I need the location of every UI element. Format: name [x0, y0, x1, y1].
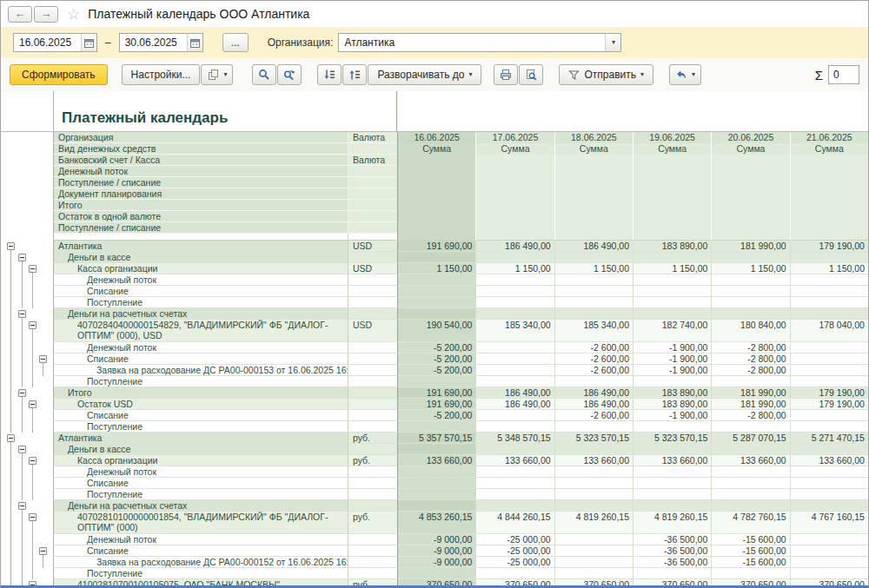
autosum-field[interactable]: 0 — [828, 65, 859, 84]
date-from-input[interactable]: 16.06.2025 — [13, 33, 97, 52]
filter-bar: 16.06.2025 – 30.06.2025 ... Организация:… — [1, 27, 868, 58]
collapse-toggle[interactable] — [29, 513, 36, 521]
tree-line — [10, 308, 11, 320]
print-preview-button[interactable] — [519, 64, 543, 85]
collapse-toggle[interactable] — [29, 457, 36, 465]
cell-value — [554, 308, 633, 320]
cell-value: 186 490,00 — [554, 387, 633, 399]
expand-to-label: Разворачивать до — [377, 69, 464, 81]
collapse-toggle[interactable] — [29, 321, 36, 329]
organization-combobox[interactable]: Атлантика ▾ — [338, 33, 621, 52]
cell-value: -2 600,00 — [554, 365, 633, 376]
cell-value: 186 490,00 — [475, 399, 554, 410]
cell-value: 191 690,00 — [397, 387, 475, 399]
back-button[interactable]: ← — [8, 6, 32, 23]
cell-value — [790, 466, 868, 478]
calendar-button[interactable] — [187, 34, 202, 51]
collapse-toggle[interactable] — [7, 242, 15, 250]
collapse-toggle[interactable] — [39, 547, 47, 555]
generate-button[interactable]: Сформировать — [10, 64, 108, 85]
tree-cell — [1, 444, 53, 455]
cell-value: 370 650,00 — [397, 579, 475, 585]
cell-value — [790, 421, 868, 433]
table-row: Денежный поток-9 000,00-25 000,00-36 500… — [1, 534, 868, 545]
cell-value — [554, 421, 633, 433]
cell-value: 185 340,00 — [475, 320, 554, 342]
collapse-toggle[interactable] — [29, 581, 36, 585]
collapse-toggle[interactable] — [29, 265, 36, 273]
favorite-star-icon[interactable]: ☆ — [67, 7, 80, 22]
cell-value: 181 990,00 — [711, 399, 789, 410]
row-currency — [348, 410, 397, 421]
settings-button[interactable]: Настройки... — [122, 64, 201, 85]
sum-sigma-icon: Σ — [815, 68, 823, 83]
cell-value — [475, 342, 554, 353]
cell-value: 133 660,00 — [633, 455, 711, 466]
collapse-toggle[interactable] — [18, 310, 26, 318]
cell-value — [633, 500, 711, 512]
expand-all-button[interactable] — [317, 64, 342, 85]
row-currency: USD — [348, 241, 397, 252]
collapse-toggle[interactable] — [39, 355, 47, 363]
collapse-toggle[interactable] — [29, 400, 36, 408]
print-preview-icon — [525, 69, 537, 81]
cell-value — [554, 274, 633, 286]
table-row: Списание-5 200,00-2 600,00-1 900,00-2 80… — [1, 353, 868, 365]
tree-line — [22, 579, 23, 585]
expand-levels-icon — [323, 69, 335, 81]
row-label: Поступление — [53, 489, 348, 500]
search-button[interactable] — [252, 64, 276, 85]
collapse-all-button[interactable] — [342, 64, 367, 85]
date-to-input[interactable]: 30.06.2025 — [119, 33, 203, 52]
collapse-toggle[interactable] — [18, 502, 26, 510]
tree-cell — [1, 399, 53, 410]
collapse-toggle[interactable] — [18, 446, 26, 453]
table-row: 40702810100000001854, "ВЛАДИМИРСКИЙ" ФБ … — [1, 512, 868, 534]
print-button[interactable] — [494, 64, 518, 85]
tree-line — [10, 478, 11, 489]
collapse-toggle[interactable] — [18, 389, 26, 397]
date-column: 18.06.2025Сумма — [554, 132, 633, 234]
search-next-button[interactable] — [277, 64, 302, 85]
header-row: Поступление / списание — [1, 222, 397, 234]
cell-value — [475, 500, 554, 512]
cell-value — [633, 274, 711, 286]
collapse-toggle[interactable] — [7, 434, 15, 442]
row-label: 40702810100000001854, "ВЛАДИМИРСКИЙ" ФБ … — [53, 512, 348, 534]
cell-value — [397, 444, 475, 455]
calendar-button[interactable] — [81, 34, 96, 51]
expand-to-button[interactable]: Разворачивать до ▾ — [368, 64, 481, 85]
header-row: Итого — [1, 200, 397, 211]
header-row: Денежный поток — [1, 166, 397, 177]
table-row: Поступление — [1, 421, 868, 433]
date-header: 20.06.2025 — [712, 132, 789, 143]
tree-line — [22, 263, 23, 274]
tree-line — [10, 286, 11, 297]
tree-gutter — [1, 234, 53, 241]
tree-cell — [1, 252, 53, 263]
cell-value — [397, 421, 475, 433]
feedback-button[interactable]: ▾ — [669, 64, 701, 85]
tree-cell — [1, 308, 53, 320]
row-currency — [348, 399, 397, 410]
spacer-cell — [790, 234, 868, 241]
cell-value — [475, 376, 554, 387]
row-label: Атлантика — [53, 241, 348, 252]
forward-button[interactable]: → — [34, 6, 58, 23]
collapse-toggle[interactable] — [18, 254, 26, 261]
cell-value: 183 890,00 — [633, 399, 711, 410]
organization-dropdown-button[interactable]: ▾ — [605, 34, 620, 51]
tree-gutter — [1, 155, 53, 166]
tree-line — [32, 521, 33, 534]
tree-gutter — [1, 177, 53, 188]
cell-value: 4 767 160,15 — [790, 512, 868, 534]
cell-value — [790, 410, 868, 421]
report-variants-button[interactable]: ▾ — [201, 64, 233, 85]
tree-line — [10, 353, 11, 365]
row-label: Списание — [53, 410, 348, 421]
send-button[interactable]: Отправить ▾ — [559, 64, 653, 85]
tree-line — [10, 466, 11, 478]
cell-value: 185 340,00 — [554, 320, 633, 342]
table-row: Деньги в кассе — [1, 444, 868, 455]
period-more-button[interactable]: ... — [222, 33, 249, 52]
